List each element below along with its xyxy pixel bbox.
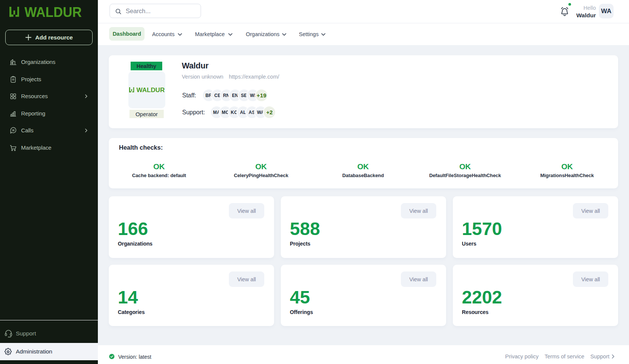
svg-text:WALDUR: WALDUR <box>24 7 82 17</box>
svg-text:WALDUR: WALDUR <box>136 87 164 93</box>
